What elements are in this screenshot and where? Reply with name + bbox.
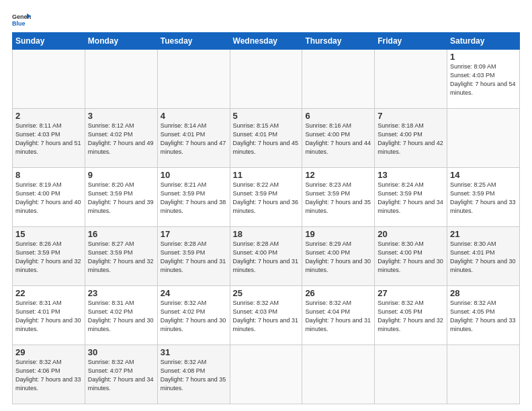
day-number: 12 xyxy=(305,170,371,180)
calendar-cell-day-28: 28Sunrise: 8:32 AMSunset: 4:05 PMDayligh… xyxy=(447,286,520,345)
empty-cell xyxy=(447,109,520,168)
column-header-friday: Friday xyxy=(375,33,447,50)
day-info: Sunrise: 8:09 AMSunset: 4:03 PMDaylight:… xyxy=(450,62,517,97)
calendar-cell-day-26: 26Sunrise: 8:32 AMSunset: 4:04 PMDayligh… xyxy=(302,286,375,345)
calendar-cell-day-1: 1Sunrise: 8:09 AMSunset: 4:03 PMDaylight… xyxy=(447,50,520,109)
empty-cell xyxy=(13,50,85,109)
empty-cell xyxy=(447,345,520,404)
day-info: Sunrise: 8:19 AMSunset: 4:00 PMDaylight:… xyxy=(15,181,82,216)
empty-cell xyxy=(375,50,447,109)
calendar-cell-day-12: 12Sunrise: 8:23 AMSunset: 3:59 PMDayligh… xyxy=(302,168,375,227)
day-number: 30 xyxy=(88,347,154,357)
calendar-header-row: SundayMondayTuesdayWednesdayThursdayFrid… xyxy=(13,33,520,50)
day-info: Sunrise: 8:15 AMSunset: 4:01 PMDaylight:… xyxy=(233,122,300,156)
calendar-cell-day-20: 20Sunrise: 8:30 AMSunset: 4:00 PMDayligh… xyxy=(375,227,447,286)
calendar-cell-day-4: 4Sunrise: 8:14 AMSunset: 4:01 PMDaylight… xyxy=(157,109,230,168)
day-number: 3 xyxy=(88,111,154,121)
day-number: 19 xyxy=(305,229,371,239)
day-number: 29 xyxy=(15,347,82,357)
day-number: 26 xyxy=(305,288,371,298)
calendar-week-4: 15Sunrise: 8:26 AMSunset: 3:59 PMDayligh… xyxy=(13,227,520,286)
calendar-cell-day-29: 29Sunrise: 8:32 AMSunset: 4:06 PMDayligh… xyxy=(13,345,85,404)
day-info: Sunrise: 8:21 AMSunset: 3:59 PMDaylight:… xyxy=(161,181,227,216)
calendar-cell-day-13: 13Sunrise: 8:24 AMSunset: 3:59 PMDayligh… xyxy=(375,168,447,227)
calendar-cell-day-6: 6Sunrise: 8:16 AMSunset: 4:00 PMDaylight… xyxy=(302,109,375,168)
empty-cell xyxy=(302,345,375,404)
day-info: Sunrise: 8:30 AMSunset: 4:01 PMDaylight:… xyxy=(450,240,517,275)
calendar-cell-day-5: 5Sunrise: 8:15 AMSunset: 4:01 PMDaylight… xyxy=(230,109,302,168)
calendar-cell-day-30: 30Sunrise: 8:32 AMSunset: 4:07 PMDayligh… xyxy=(85,345,157,404)
day-info: Sunrise: 8:32 AMSunset: 4:05 PMDaylight:… xyxy=(378,299,444,334)
day-number: 1 xyxy=(450,52,517,62)
day-number: 22 xyxy=(15,288,82,298)
day-number: 28 xyxy=(450,288,517,298)
day-info: Sunrise: 8:32 AMSunset: 4:05 PMDaylight:… xyxy=(450,299,517,334)
calendar-cell-day-22: 22Sunrise: 8:31 AMSunset: 4:01 PMDayligh… xyxy=(13,286,85,345)
day-info: Sunrise: 8:32 AMSunset: 4:08 PMDaylight:… xyxy=(161,358,227,393)
day-number: 2 xyxy=(15,111,82,121)
day-number: 5 xyxy=(233,111,300,121)
day-info: Sunrise: 8:23 AMSunset: 3:59 PMDaylight:… xyxy=(305,181,371,216)
empty-cell xyxy=(230,345,302,404)
day-info: Sunrise: 8:31 AMSunset: 4:02 PMDaylight:… xyxy=(88,299,154,334)
day-info: Sunrise: 8:27 AMSunset: 3:59 PMDaylight:… xyxy=(88,240,154,275)
day-info: Sunrise: 8:16 AMSunset: 4:00 PMDaylight:… xyxy=(305,122,371,156)
calendar-week-6: 29Sunrise: 8:32 AMSunset: 4:06 PMDayligh… xyxy=(13,345,520,404)
calendar-cell-day-9: 9Sunrise: 8:20 AMSunset: 3:59 PMDaylight… xyxy=(85,168,157,227)
empty-cell xyxy=(85,50,157,109)
calendar-cell-day-11: 11Sunrise: 8:22 AMSunset: 3:59 PMDayligh… xyxy=(230,168,302,227)
day-number: 31 xyxy=(161,347,227,357)
day-number: 11 xyxy=(233,170,300,180)
day-info: Sunrise: 8:32 AMSunset: 4:02 PMDaylight:… xyxy=(161,299,227,334)
day-info: Sunrise: 8:32 AMSunset: 4:03 PMDaylight:… xyxy=(233,299,300,334)
calendar-cell-day-15: 15Sunrise: 8:26 AMSunset: 3:59 PMDayligh… xyxy=(13,227,85,286)
day-info: Sunrise: 8:25 AMSunset: 3:59 PMDaylight:… xyxy=(450,181,517,216)
calendar-cell-day-23: 23Sunrise: 8:31 AMSunset: 4:02 PMDayligh… xyxy=(85,286,157,345)
calendar-cell-day-7: 7Sunrise: 8:18 AMSunset: 4:00 PMDaylight… xyxy=(375,109,447,168)
day-number: 13 xyxy=(378,170,444,180)
day-info: Sunrise: 8:18 AMSunset: 4:00 PMDaylight:… xyxy=(378,122,444,156)
calendar-table: SundayMondayTuesdayWednesdayThursdayFrid… xyxy=(12,32,520,404)
day-number: 16 xyxy=(88,229,154,239)
day-number: 17 xyxy=(161,229,227,239)
day-number: 24 xyxy=(161,288,227,298)
day-info: Sunrise: 8:14 AMSunset: 4:01 PMDaylight:… xyxy=(161,122,227,156)
day-number: 27 xyxy=(378,288,444,298)
empty-cell xyxy=(157,50,230,109)
calendar-cell-day-17: 17Sunrise: 8:28 AMSunset: 3:59 PMDayligh… xyxy=(157,227,230,286)
svg-text:Blue: Blue xyxy=(12,20,26,27)
day-number: 14 xyxy=(450,170,517,180)
empty-cell xyxy=(230,50,302,109)
calendar-week-2: 2Sunrise: 8:11 AMSunset: 4:03 PMDaylight… xyxy=(13,109,520,168)
day-number: 9 xyxy=(88,170,154,180)
day-info: Sunrise: 8:31 AMSunset: 4:01 PMDaylight:… xyxy=(15,299,82,334)
day-number: 10 xyxy=(161,170,227,180)
calendar-week-1: 1Sunrise: 8:09 AMSunset: 4:03 PMDaylight… xyxy=(13,50,520,109)
calendar-week-5: 22Sunrise: 8:31 AMSunset: 4:01 PMDayligh… xyxy=(13,286,520,345)
empty-cell xyxy=(302,50,375,109)
day-info: Sunrise: 8:32 AMSunset: 4:07 PMDaylight:… xyxy=(88,358,154,393)
logo-icon: General Blue xyxy=(12,12,31,27)
day-number: 23 xyxy=(88,288,154,298)
calendar-cell-day-21: 21Sunrise: 8:30 AMSunset: 4:01 PMDayligh… xyxy=(447,227,520,286)
day-info: Sunrise: 8:32 AMSunset: 4:04 PMDaylight:… xyxy=(305,299,371,334)
calendar-page: General Blue SundayMondayTuesdayWednesda… xyxy=(0,0,532,411)
header: General Blue xyxy=(12,12,520,27)
empty-cell xyxy=(375,345,447,404)
day-info: Sunrise: 8:11 AMSunset: 4:03 PMDaylight:… xyxy=(15,122,82,156)
day-info: Sunrise: 8:12 AMSunset: 4:02 PMDaylight:… xyxy=(88,122,154,156)
logo: General Blue xyxy=(12,12,31,27)
column-header-sunday: Sunday xyxy=(13,33,85,50)
column-header-tuesday: Tuesday xyxy=(157,33,230,50)
calendar-cell-day-16: 16Sunrise: 8:27 AMSunset: 3:59 PMDayligh… xyxy=(85,227,157,286)
day-info: Sunrise: 8:26 AMSunset: 3:59 PMDaylight:… xyxy=(15,240,82,275)
calendar-cell-day-3: 3Sunrise: 8:12 AMSunset: 4:02 PMDaylight… xyxy=(85,109,157,168)
calendar-cell-day-19: 19Sunrise: 8:29 AMSunset: 4:00 PMDayligh… xyxy=(302,227,375,286)
day-number: 7 xyxy=(378,111,444,121)
calendar-week-3: 8Sunrise: 8:19 AMSunset: 4:00 PMDaylight… xyxy=(13,168,520,227)
column-header-wednesday: Wednesday xyxy=(230,33,302,50)
calendar-cell-day-2: 2Sunrise: 8:11 AMSunset: 4:03 PMDaylight… xyxy=(13,109,85,168)
calendar-cell-day-27: 27Sunrise: 8:32 AMSunset: 4:05 PMDayligh… xyxy=(375,286,447,345)
day-info: Sunrise: 8:28 AMSunset: 4:00 PMDaylight:… xyxy=(233,240,300,275)
day-info: Sunrise: 8:32 AMSunset: 4:06 PMDaylight:… xyxy=(15,358,82,393)
